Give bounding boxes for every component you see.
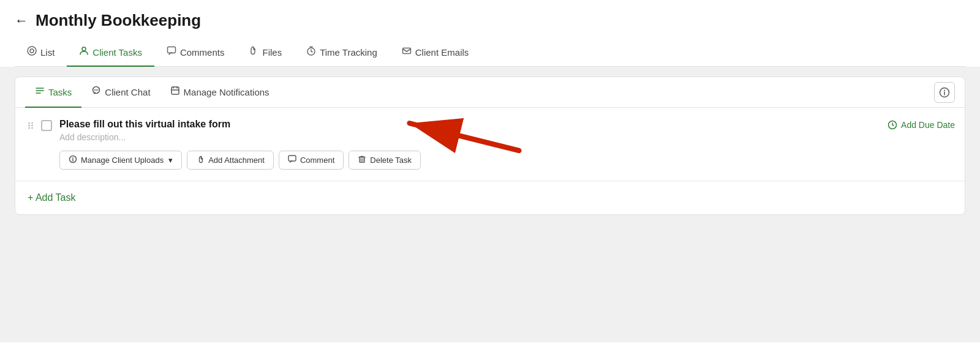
tasks-icon <box>35 86 45 98</box>
main-content: Tasks Client Chat <box>0 67 980 342</box>
tab-list-label: List <box>40 47 55 58</box>
tab-client-emails[interactable]: Client Emails <box>390 40 481 67</box>
tab-files-label: Files <box>262 47 282 58</box>
sub-tab-manage-notifications-label: Manage Notifications <box>184 87 270 97</box>
svg-point-18 <box>31 127 32 129</box>
sub-tab-tasks[interactable]: Tasks <box>25 77 81 108</box>
tab-comments-label: Comments <box>180 47 225 58</box>
content-card: Tasks Client Chat <box>15 77 965 215</box>
svg-point-7 <box>94 89 96 91</box>
svg-rect-3 <box>167 47 175 53</box>
tab-files[interactable]: Files <box>236 40 294 67</box>
sub-tabs: Tasks Client Chat <box>15 77 965 108</box>
svg-point-1 <box>30 49 34 53</box>
comment-button[interactable]: Comment <box>279 151 344 170</box>
svg-point-15 <box>28 125 29 126</box>
nav-tabs: List Client Tasks Commen <box>15 40 965 67</box>
manage-uploads-label: Manage Client Uploads <box>81 156 164 165</box>
add-task-row[interactable]: + Add Task <box>15 181 965 214</box>
manage-notifications-icon <box>170 86 180 98</box>
sub-tab-client-chat[interactable]: Client Chat <box>81 77 160 108</box>
sub-tab-manage-notifications[interactable]: Manage Notifications <box>160 77 279 108</box>
files-icon <box>249 46 258 58</box>
task-checkbox[interactable] <box>41 120 52 131</box>
client-emails-icon <box>402 46 412 58</box>
svg-point-16 <box>31 125 32 126</box>
sub-tab-tasks-label: Tasks <box>48 87 72 97</box>
tab-comments[interactable]: Comments <box>154 40 237 67</box>
svg-rect-5 <box>402 48 410 54</box>
page-title: Monthly Bookkeeping <box>36 11 201 30</box>
tab-client-tasks[interactable]: Client Tasks <box>67 40 154 67</box>
task-row: Please fill out this virtual intake form… <box>15 108 965 181</box>
delete-task-icon <box>358 155 366 165</box>
tab-time-tracking[interactable]: Time Tracking <box>294 40 390 67</box>
drag-handle[interactable] <box>25 120 36 134</box>
svg-point-13 <box>28 122 29 124</box>
client-chat-icon <box>91 86 101 98</box>
svg-point-12 <box>944 89 945 91</box>
svg-rect-10 <box>172 87 179 94</box>
task-actions: Manage Client Uploads ▾ <box>59 151 878 170</box>
add-attachment-label: Add Attachment <box>208 156 265 165</box>
tab-list[interactable]: List <box>15 40 67 67</box>
delete-task-label: Delete Task <box>370 156 412 165</box>
add-attachment-button[interactable]: Add Attachment <box>187 151 274 170</box>
dropdown-chevron-icon: ▾ <box>168 156 173 165</box>
list-icon <box>27 46 37 58</box>
add-attachment-icon <box>196 155 205 165</box>
task-description: Add description... <box>59 132 878 142</box>
task-title: Please fill out this virtual intake form <box>59 119 878 130</box>
comment-icon <box>288 155 296 165</box>
time-tracking-icon <box>306 46 316 58</box>
manage-uploads-icon <box>69 155 77 165</box>
tab-client-emails-label: Client Emails <box>415 47 469 58</box>
delete-task-button[interactable]: Delete Task <box>349 151 421 170</box>
sub-tab-client-chat-label: Client Chat <box>105 87 150 97</box>
client-tasks-icon <box>79 46 89 58</box>
comment-label: Comment <box>300 156 334 165</box>
svg-rect-22 <box>360 157 364 163</box>
back-button[interactable]: ← <box>15 13 28 29</box>
svg-point-20 <box>72 157 74 159</box>
svg-point-8 <box>96 89 97 91</box>
add-due-date-button[interactable]: Add Due Date <box>888 120 955 130</box>
info-button[interactable] <box>934 82 955 103</box>
comments-icon <box>167 46 176 58</box>
svg-point-17 <box>28 127 29 129</box>
tab-time-tracking-label: Time Tracking <box>320 47 377 58</box>
svg-point-0 <box>28 47 36 55</box>
tab-client-tasks-label: Client Tasks <box>92 47 142 58</box>
svg-point-14 <box>31 122 32 124</box>
svg-point-9 <box>97 89 99 91</box>
add-task-label: + Add Task <box>28 192 75 203</box>
add-due-date-label: Add Due Date <box>901 120 955 130</box>
svg-point-2 <box>82 47 86 51</box>
svg-rect-21 <box>288 156 296 161</box>
manage-client-uploads-button[interactable]: Manage Client Uploads ▾ <box>59 151 182 170</box>
task-content: Please fill out this virtual intake form… <box>59 119 878 170</box>
